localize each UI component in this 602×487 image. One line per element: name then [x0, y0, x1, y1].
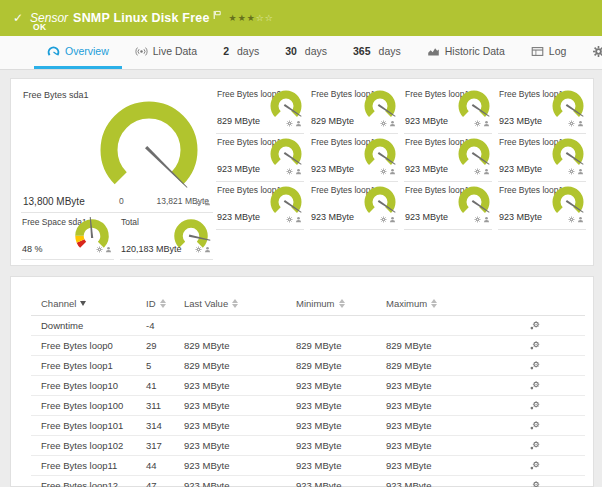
gear-icon[interactable]: [195, 239, 202, 257]
user-icon[interactable]: [483, 161, 490, 179]
gear-icon[interactable]: [286, 113, 293, 131]
user-icon[interactable]: [483, 113, 490, 131]
gauge-cell-actions[interactable]: [286, 161, 302, 179]
tab-historic-data[interactable]: Historic Data: [414, 36, 518, 69]
gear-icon[interactable]: [286, 161, 293, 179]
cell-channel[interactable]: Free Bytes loop101: [41, 420, 146, 431]
user-icon[interactable]: [389, 161, 396, 179]
tab-log[interactable]: Log: [518, 36, 580, 69]
channel-settings-icon[interactable]: [529, 480, 559, 487]
cell-channel[interactable]: Downtime: [41, 320, 146, 331]
cell-channel[interactable]: Free Bytes loop100: [41, 400, 146, 411]
gear-icon[interactable]: [96, 239, 103, 257]
channel-settings-icon[interactable]: [529, 360, 559, 371]
tab-days[interactable]: 30days: [272, 36, 340, 69]
user-icon[interactable]: [105, 239, 112, 257]
priority-stars[interactable]: ★★★☆☆: [229, 13, 274, 23]
gear-icon[interactable]: [380, 209, 387, 227]
gauge-cell-actions[interactable]: [568, 161, 584, 179]
column-header-id[interactable]: ID: [146, 298, 184, 309]
cell-id: 47: [146, 480, 184, 487]
gear-icon[interactable]: [568, 209, 575, 227]
gear-icon[interactable]: [568, 113, 575, 131]
column-header-minimum[interactable]: Minimum: [296, 298, 386, 309]
gear-icon[interactable]: [380, 113, 387, 131]
gear-icon[interactable]: [474, 209, 481, 227]
gauge-cell-actions[interactable]: [380, 113, 396, 131]
star-icon[interactable]: ☆: [256, 13, 265, 23]
gear-icon[interactable]: [474, 113, 481, 131]
cell-channel[interactable]: Free Bytes loop0: [41, 340, 146, 351]
gauge-cell: Free Bytes loop14923 MByte: [310, 182, 398, 230]
cell-channel[interactable]: Free Bytes loop1: [41, 360, 146, 371]
gauge-value: 923 MByte: [499, 164, 542, 174]
gear-icon[interactable]: [474, 161, 481, 179]
column-header-channel[interactable]: Channel: [41, 298, 146, 309]
user-icon[interactable]: [483, 209, 490, 227]
tab-number: 365: [353, 45, 371, 57]
gauge-cell-actions[interactable]: [286, 209, 302, 227]
table-row: Free Bytes loop102317923 MByte923 MByte9…: [31, 436, 585, 456]
small-gauge-grid: Free Bytes loop0829 MByteFree Bytes loop…: [216, 86, 586, 230]
gauge-cell-actions[interactable]: [96, 239, 112, 257]
channel-settings-icon[interactable]: [529, 420, 559, 431]
gear-icon[interactable]: [380, 161, 387, 179]
channel-settings-icon[interactable]: [529, 400, 559, 411]
star-icon[interactable]: ☆: [265, 13, 274, 23]
star-icon[interactable]: ★: [229, 13, 238, 23]
gauge-cell-actions[interactable]: [474, 113, 490, 131]
tab-overview[interactable]: Overview: [34, 36, 122, 69]
tab-label: Overview: [65, 45, 109, 57]
channel-settings-icon[interactable]: [529, 440, 559, 451]
gauge-value: 923 MByte: [217, 164, 260, 174]
cell-channel[interactable]: Free Bytes loop11: [41, 460, 146, 471]
cell-channel[interactable]: Free Bytes loop102: [41, 440, 146, 451]
user-icon[interactable]: [577, 113, 584, 131]
user-icon[interactable]: [389, 113, 396, 131]
channel-table-panel: ChannelIDLast ValueMinimumMaximumDowntim…: [10, 276, 594, 487]
cell-id: -4: [146, 320, 184, 331]
cell-channel[interactable]: Free Bytes loop10: [41, 380, 146, 391]
gear-icon[interactable]: [286, 209, 293, 227]
gauge-cell-actions[interactable]: [380, 209, 396, 227]
column-header-last-value[interactable]: Last Value: [184, 298, 296, 309]
gauge-cell-actions[interactable]: [286, 113, 302, 131]
channel-settings-icon[interactable]: [529, 320, 559, 331]
channel-settings-icon[interactable]: [529, 460, 559, 471]
cell-last-value: 829 MByte: [184, 360, 296, 371]
gauge-cell: Free Bytes loop0829 MByte: [216, 86, 304, 134]
channel-settings-icon[interactable]: [529, 340, 559, 351]
flag-icon[interactable]: [213, 6, 221, 24]
user-icon[interactable]: [295, 161, 302, 179]
tab-live-data[interactable]: Live Data: [122, 36, 210, 69]
tab-days[interactable]: 365days: [340, 36, 414, 69]
main-gauge-cell: Free Bytes sda1 13,800 MByte 0 13,821 MB…: [21, 86, 213, 213]
star-icon[interactable]: ★: [238, 13, 247, 23]
gauge-cell-actions[interactable]: [568, 113, 584, 131]
tab-days[interactable]: 2days: [210, 36, 272, 69]
gauge-value: 48 %: [22, 244, 43, 254]
user-icon[interactable]: [204, 192, 211, 210]
user-icon[interactable]: [577, 209, 584, 227]
column-header-maximum[interactable]: Maximum: [386, 298, 529, 309]
channel-settings-icon[interactable]: [529, 380, 559, 391]
user-icon[interactable]: [204, 239, 211, 257]
gauge-cell-actions[interactable]: [568, 209, 584, 227]
star-icon[interactable]: ★: [247, 13, 256, 23]
gear-icon[interactable]: [568, 161, 575, 179]
tab-settings[interactable]: Settings: [579, 36, 602, 69]
gauge-cell-actions[interactable]: [195, 192, 211, 210]
user-icon[interactable]: [577, 161, 584, 179]
gauge-cell-actions[interactable]: [474, 209, 490, 227]
gauge-cell-actions[interactable]: [474, 161, 490, 179]
cell-minimum: 923 MByte: [296, 460, 386, 471]
user-icon[interactable]: [295, 113, 302, 131]
gauge-cell: Free Bytes loop1829 MByte: [310, 86, 398, 134]
gear-icon[interactable]: [195, 192, 202, 210]
gauge-cell-actions[interactable]: [380, 161, 396, 179]
user-icon[interactable]: [295, 209, 302, 227]
cell-channel[interactable]: Free Bytes loop12: [41, 480, 146, 487]
gauge-cell-actions[interactable]: [195, 239, 211, 257]
user-icon[interactable]: [389, 209, 396, 227]
cell-id: 5: [146, 360, 184, 371]
